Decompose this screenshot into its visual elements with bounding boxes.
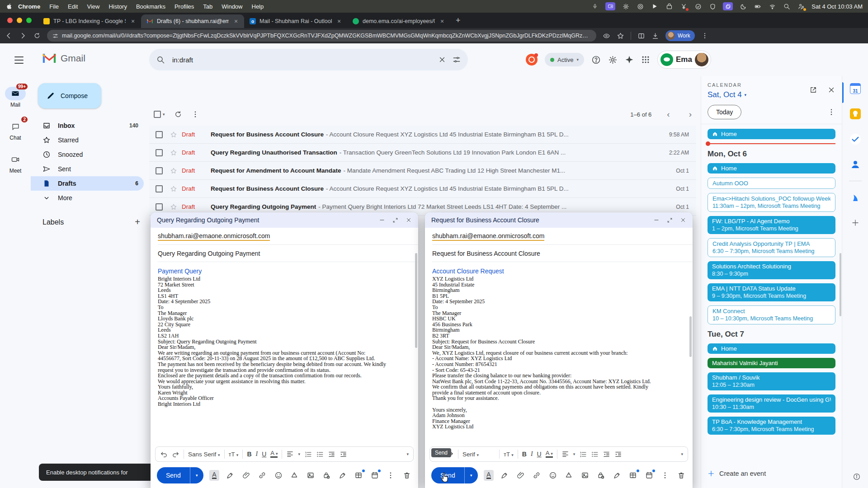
- sidebar-item-inbox[interactable]: Inbox 140: [31, 118, 144, 133]
- tab-outlook[interactable]: o Mail - Shubham Rai - Outlook ×: [244, 14, 347, 28]
- tab-close-icon[interactable]: ×: [232, 18, 240, 25]
- minimize-icon[interactable]: [379, 217, 385, 223]
- sidebar-item-more[interactable]: More: [31, 191, 144, 205]
- wifi-icon[interactable]: [768, 2, 776, 10]
- camera-menulet-icon[interactable]: [636, 2, 644, 10]
- rail-item-meet[interactable]: Meet: [0, 153, 31, 174]
- calendar-event[interactable]: Shubham / Souvik 12:05 – 12:30am: [708, 372, 835, 390]
- tab-close-icon[interactable]: ×: [439, 18, 446, 25]
- bold-icon[interactable]: B: [247, 450, 251, 458]
- info-icon[interactable]: [853, 472, 861, 481]
- bulleted-list-icon[interactable]: [591, 450, 599, 458]
- star-icon[interactable]: [170, 203, 177, 211]
- font-selector[interactable]: Serif ▾: [462, 451, 495, 458]
- avatar[interactable]: [695, 53, 708, 66]
- scrollbar[interactable]: [415, 253, 417, 348]
- discard-draft-icon[interactable]: [676, 470, 686, 481]
- search-options-icon[interactable]: [453, 56, 461, 64]
- pop-out-icon[interactable]: [667, 217, 673, 223]
- minimize-icon[interactable]: [653, 217, 660, 223]
- send-button[interactable]: Send ▾: [431, 467, 478, 483]
- redo-icon[interactable]: [172, 450, 179, 458]
- search-input[interactable]: [171, 56, 432, 64]
- more-options-icon[interactable]: [191, 110, 199, 118]
- send-label[interactable]: Send: [157, 467, 190, 483]
- close-icon[interactable]: [680, 217, 686, 223]
- calendar-event[interactable]: TP BoA - Knowledge Management 6:30 – 7:3…: [708, 417, 835, 435]
- numbered-list-icon[interactable]: [579, 450, 587, 458]
- star-icon[interactable]: [170, 131, 177, 139]
- sidebar-item-starred[interactable]: Starred: [31, 133, 144, 147]
- sidebar-item-snoozed[interactable]: Snoozed: [31, 147, 144, 162]
- today-button[interactable]: Today: [708, 105, 741, 119]
- sidebar-item-sent[interactable]: Sent: [31, 162, 144, 176]
- check-circle-menulet-icon[interactable]: [694, 2, 702, 10]
- calendar-event[interactable]: Home: [708, 163, 835, 174]
- menubar-app-name[interactable]: Chrome: [14, 3, 45, 10]
- insert-emoji-icon[interactable]: [274, 470, 283, 481]
- menubar-item-view[interactable]: View: [82, 3, 104, 10]
- compose-button[interactable]: Compose: [38, 83, 101, 108]
- newer-page-icon[interactable]: ‹: [667, 109, 670, 119]
- settings-menulet-icon[interactable]: [622, 2, 630, 10]
- tab-ema[interactable]: demo.ema.co/ai-employees/0 ×: [347, 14, 450, 28]
- send-options-icon[interactable]: ▾: [190, 467, 203, 483]
- password-eye-icon[interactable]: [603, 32, 610, 40]
- insert-signature-icon[interactable]: [612, 470, 622, 481]
- tasks-app-icon[interactable]: [842, 127, 868, 152]
- underline-icon[interactable]: U: [262, 450, 266, 458]
- menubar-item-tab[interactable]: Tab: [198, 3, 217, 10]
- apple-menu-icon[interactable]: [5, 2, 14, 10]
- screen-sharing-icon[interactable]: [605, 2, 615, 10]
- more-options-icon[interactable]: [386, 470, 396, 481]
- scrollbar[interactable]: [689, 316, 692, 357]
- menubar-item-help[interactable]: Help: [247, 3, 269, 10]
- calendar-invite-icon[interactable]: [370, 470, 380, 481]
- battery-icon[interactable]: [754, 2, 762, 10]
- text-color-icon[interactable]: A ▾: [270, 450, 278, 458]
- star-icon[interactable]: [170, 149, 177, 157]
- close-icon[interactable]: [406, 217, 412, 223]
- compose-titlebar[interactable]: Query Regarding Outgoing Payment: [151, 212, 418, 228]
- message-body[interactable]: Account Closure Request XYZ Logistics Lt…: [425, 263, 693, 441]
- forward-icon[interactable]: [19, 32, 27, 40]
- insert-drive-icon[interactable]: [564, 470, 574, 481]
- subject-field[interactable]: Query Regarding Outgoing Payment: [151, 245, 418, 262]
- row-checkbox[interactable]: [156, 149, 163, 156]
- undo-icon[interactable]: [160, 450, 168, 458]
- mail-row[interactable]: Draft Request for Business Account Closu…: [149, 126, 696, 144]
- select-dropdown-icon[interactable]: ▾: [163, 112, 165, 117]
- menubar-item-window[interactable]: Window: [217, 3, 247, 10]
- attach-file-icon[interactable]: [516, 470, 526, 481]
- reload-icon[interactable]: [33, 32, 41, 39]
- menubar-item-bookmarks[interactable]: Bookmarks: [132, 3, 170, 10]
- contacts-app-icon[interactable]: [842, 152, 868, 177]
- settings-gear-icon[interactable]: [608, 55, 618, 65]
- insert-link-icon[interactable]: [257, 470, 267, 481]
- formatting-options-icon[interactable]: A: [484, 470, 494, 481]
- calendar-event[interactable]: Solutions Architect Solutioning 8:30 – 9…: [708, 261, 835, 279]
- mail-row[interactable]: Draft Query Regarding Unauthorised Trans…: [149, 144, 696, 162]
- mail-row[interactable]: Draft Request for Business Account Closu…: [149, 180, 696, 198]
- text-size-icon[interactable]: ᴛT ▾: [504, 451, 514, 458]
- send-options-icon[interactable]: ▾: [464, 467, 478, 483]
- star-icon[interactable]: [170, 185, 177, 193]
- insert-photo-icon[interactable]: [306, 470, 316, 481]
- calendar-invite-icon[interactable]: [644, 470, 654, 481]
- text-color-icon[interactable]: A ▾: [546, 450, 553, 458]
- subject-text[interactable]: Query Regarding Outgoing Payment: [158, 250, 260, 257]
- italic-icon[interactable]: I: [256, 450, 258, 458]
- tab-gmail-drafts[interactable]: Drafts (6) - shubham.rai@em ×: [141, 14, 244, 28]
- numbered-list-icon[interactable]: [304, 450, 312, 458]
- minimize-window-button[interactable]: [17, 18, 22, 23]
- calendar-event[interactable]: EMA | NTT DATA Status Update 9 – 9:30pm,…: [708, 283, 835, 301]
- maximize-window-button[interactable]: [26, 18, 32, 23]
- add-label-button[interactable]: +: [135, 217, 140, 227]
- text-size-icon[interactable]: ᴛT ▾: [229, 451, 239, 458]
- help-me-write-icon[interactable]: [225, 470, 235, 481]
- url-text[interactable]: mail.google.com/mail/u/0/#drafts?compose…: [62, 33, 591, 39]
- row-checkbox[interactable]: [156, 185, 163, 192]
- confidential-mode-icon[interactable]: [596, 470, 606, 481]
- menubar-clock[interactable]: Sat 4 Oct 10:03 AM: [811, 3, 863, 10]
- close-window-button[interactable]: [7, 18, 13, 23]
